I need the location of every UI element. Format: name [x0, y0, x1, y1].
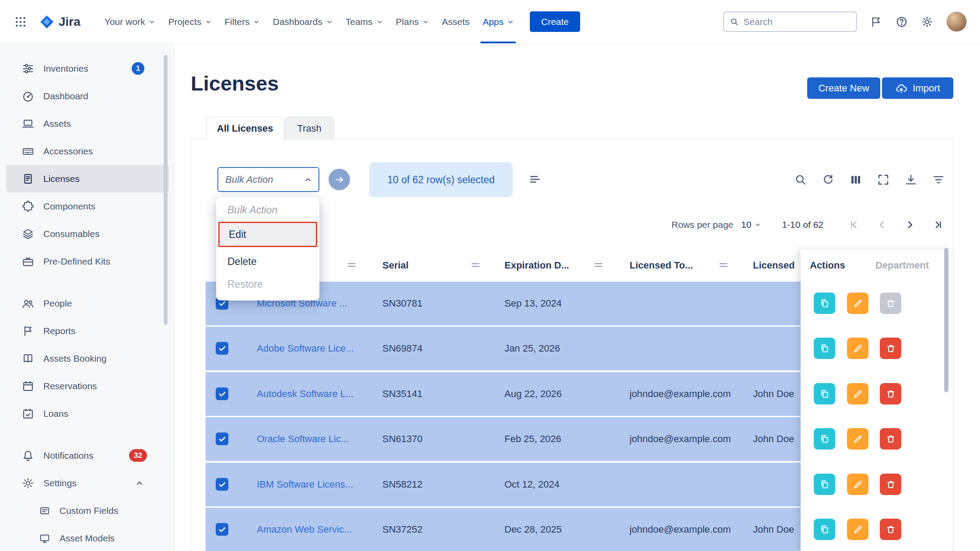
rows-per-page-select[interactable]: 10: [741, 220, 761, 230]
tab-trash[interactable]: Trash: [285, 117, 334, 140]
sidebar-item-loans[interactable]: Loans: [6, 400, 169, 427]
columns-icon[interactable]: [848, 172, 863, 187]
table-row[interactable]: Oracle Software Lic... SN61370 Feb 25, 2…: [206, 417, 801, 461]
sidebar-item-notifications[interactable]: Notifications 32: [6, 442, 169, 469]
row-checkbox[interactable]: [216, 478, 228, 491]
download-icon[interactable]: [903, 172, 918, 187]
search-input[interactable]: [743, 17, 850, 27]
column-drag-handle[interactable]: [347, 262, 357, 269]
create-new-button[interactable]: Create New: [807, 77, 880, 99]
align-left-icon[interactable]: [528, 173, 542, 186]
delete-button[interactable]: [880, 519, 901, 540]
column-drag-handle[interactable]: [719, 262, 728, 269]
copy-button[interactable]: [814, 338, 835, 359]
table-row[interactable]: Adobe Software Lice... SN69874 Jan 25, 2…: [206, 327, 801, 370]
bulk-action-select[interactable]: Bulk Action: [217, 167, 319, 192]
nav-item-plans[interactable]: Plans: [389, 0, 436, 43]
sidebar-item-dashboard[interactable]: Dashboard: [6, 82, 169, 110]
copy-button[interactable]: [814, 474, 835, 495]
last-page-icon[interactable]: [932, 219, 944, 231]
sidebar-item-consumables[interactable]: Consumables: [6, 220, 169, 248]
row-checkbox[interactable]: [216, 387, 228, 400]
sidebar-item-people[interactable]: People: [6, 289, 169, 317]
license-name-link[interactable]: Oracle Software Lic...: [257, 417, 349, 461]
search-icon[interactable]: [793, 172, 808, 187]
column-drag-handle[interactable]: [594, 262, 603, 269]
table-row[interactable]: Amazon Web Servic... SN37252 Dec 28, 202…: [206, 508, 801, 551]
column-header-licensed[interactable]: Licensed: [753, 250, 794, 281]
column-header-department[interactable]: Department: [875, 250, 929, 281]
nav-item-assets[interactable]: Assets: [435, 0, 476, 43]
column-header-expiration[interactable]: Expiration D...: [504, 250, 569, 281]
table-row[interactable]: IBM Software Licens... SN58212 Oct 12, 2…: [206, 463, 801, 506]
column-header-licensed-to[interactable]: Licensed To...: [630, 250, 693, 281]
nav-item-projects[interactable]: Projects: [161, 0, 218, 43]
sidebar-item-inventories[interactable]: Inventories 1: [6, 55, 169, 82]
delete-button[interactable]: [880, 293, 901, 314]
table-row[interactable]: Autodesk Software L... SN35141 Aug 22, 2…: [206, 372, 801, 416]
delete-button[interactable]: [880, 474, 901, 495]
delete-button[interactable]: [880, 338, 901, 359]
menu-item-edit[interactable]: Edit: [218, 222, 317, 247]
tab-all-licenses[interactable]: All Licenses: [206, 117, 284, 140]
edit-button[interactable]: [847, 474, 868, 495]
sidebar-item-asset-models[interactable]: Asset Models: [6, 524, 169, 551]
edit-button[interactable]: [847, 383, 868, 405]
edit-button[interactable]: [847, 338, 868, 359]
sidebar-item-components[interactable]: Components: [6, 192, 169, 220]
delete-button[interactable]: [880, 428, 901, 450]
license-name-link[interactable]: Amazon Web Servic...: [257, 508, 352, 551]
app-switcher-icon[interactable]: [14, 15, 27, 28]
license-name-link[interactable]: Adobe Software Lice...: [257, 327, 354, 370]
license-name-link[interactable]: IBM Software Licens...: [257, 463, 353, 506]
sidebar-item-assets[interactable]: Assets: [6, 110, 169, 137]
table-scrollbar[interactable]: [944, 248, 948, 392]
nav-item-apps[interactable]: Apps: [476, 0, 520, 43]
sidebar-item-settings[interactable]: Settings: [6, 469, 169, 497]
edit-button[interactable]: [847, 428, 868, 450]
column-header-serial[interactable]: Serial: [382, 250, 409, 281]
sidebar-item-licenses[interactable]: Licenses: [6, 165, 169, 192]
nav-item-your-work[interactable]: Your work: [98, 0, 162, 43]
sidebar-item-reports[interactable]: Reports: [6, 317, 169, 345]
user-avatar[interactable]: [946, 11, 967, 32]
next-page-icon[interactable]: [904, 219, 916, 231]
nav-item-teams[interactable]: Teams: [339, 0, 389, 43]
sidebar-item-custom-fields[interactable]: Custom Fields: [6, 497, 169, 524]
nav-item-filters[interactable]: Filters: [218, 0, 266, 43]
prev-page-icon[interactable]: [876, 219, 888, 231]
copy-button[interactable]: [814, 383, 835, 405]
apply-bulk-action-button[interactable]: [329, 169, 350, 190]
main-content: Licenses Create New Import All Licenses …: [175, 44, 980, 551]
sidebar-item-assets-booking[interactable]: Assets Booking: [6, 345, 169, 372]
delete-button[interactable]: [880, 383, 901, 405]
jira-logo[interactable]: Jira: [39, 14, 80, 29]
sidebar-item-pre-defined-kits[interactable]: Pre-Defined Kits: [6, 248, 169, 275]
column-drag-handle[interactable]: [471, 262, 480, 269]
create-button[interactable]: Create: [530, 11, 580, 32]
fullscreen-icon[interactable]: [876, 172, 891, 187]
first-page-icon[interactable]: [848, 219, 860, 231]
global-search[interactable]: [723, 11, 857, 32]
table-toolbar-icons: [793, 172, 946, 187]
copy-button[interactable]: [814, 519, 835, 540]
refresh-icon[interactable]: [821, 172, 836, 187]
gear-icon[interactable]: [921, 16, 933, 28]
row-checkbox[interactable]: [216, 342, 228, 355]
row-checkbox[interactable]: [216, 432, 228, 445]
flag-icon[interactable]: [870, 16, 882, 28]
import-button[interactable]: Import: [882, 77, 953, 99]
edit-button[interactable]: [847, 519, 868, 540]
help-icon[interactable]: [896, 16, 908, 28]
copy-button[interactable]: [814, 293, 835, 314]
nav-item-dashboards[interactable]: Dashboards: [266, 0, 339, 43]
filter-icon[interactable]: [931, 172, 946, 187]
sidebar-scrollbar[interactable]: [164, 55, 168, 325]
copy-button[interactable]: [814, 428, 835, 450]
edit-button[interactable]: [847, 293, 868, 314]
license-name-link[interactable]: Autodesk Software L...: [257, 372, 354, 416]
sidebar-item-accessories[interactable]: Accessories: [6, 137, 169, 165]
sidebar-item-reservations[interactable]: Reservations: [6, 372, 169, 400]
row-checkbox[interactable]: [216, 523, 228, 536]
menu-item-delete[interactable]: Delete: [216, 251, 319, 272]
